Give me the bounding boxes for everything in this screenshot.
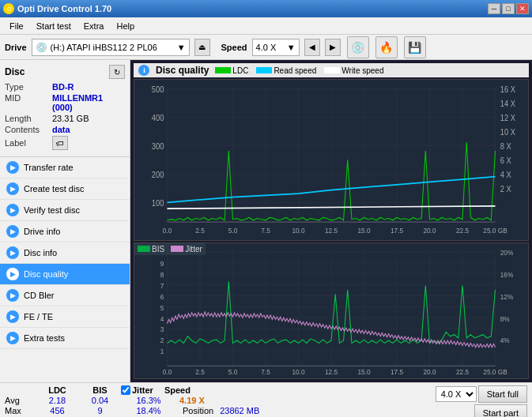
stats-max-ldc: 456 — [36, 406, 79, 415]
legend-write-speed-label: Write speed — [341, 66, 383, 75]
svg-text:7.5: 7.5 — [261, 368, 270, 376]
speed-select[interactable]: 4.0 X ▼ — [252, 39, 300, 56]
svg-text:12%: 12% — [500, 292, 514, 300]
menu-extra[interactable]: Extra — [77, 20, 111, 32]
jitter-checkbox[interactable] — [121, 385, 130, 395]
svg-text:12.5: 12.5 — [325, 368, 338, 376]
burn-icon-button[interactable]: 🔥 — [375, 36, 398, 58]
svg-text:25.0 GB: 25.0 GB — [483, 226, 507, 234]
svg-text:6 X: 6 X — [500, 156, 511, 164]
nav-label-cd-bler: CD Bler — [24, 291, 55, 300]
nav-drive-info[interactable]: ▶ Drive info — [0, 221, 130, 242]
nav-icon-disc-quality: ▶ — [6, 268, 19, 280]
legend-write-speed: Write speed — [324, 66, 383, 75]
nav-transfer-rate[interactable]: ▶ Transfer rate — [0, 157, 130, 178]
nav-extra-tests[interactable]: ▶ Extra tests — [0, 328, 130, 349]
stats-position-label: Position — [183, 406, 213, 415]
disc-contents-label: Contents — [5, 125, 52, 134]
disc-mid-value: MILLENMR1 (000) — [52, 93, 125, 112]
speed-prev-button[interactable]: ◀ — [304, 39, 320, 56]
speed-next-button[interactable]: ▶ — [325, 39, 341, 56]
stats-avg-ldc: 2.18 — [36, 396, 79, 405]
nav-disc-info[interactable]: ▶ Disc info — [0, 242, 130, 264]
start-part-button[interactable]: Start part — [474, 404, 527, 417]
speed-start-row: 4.0 X Start full — [436, 385, 527, 403]
save-icon-button[interactable]: 💾 — [404, 36, 426, 58]
nav-cd-bler[interactable]: ▶ CD Bler — [0, 285, 130, 306]
nav-label-disc-quality: Disc quality — [24, 269, 68, 279]
svg-text:0.0: 0.0 — [163, 368, 172, 376]
svg-text:15.0: 15.0 — [357, 226, 370, 234]
svg-text:16%: 16% — [500, 270, 514, 278]
disc-length-label: Length — [5, 114, 52, 123]
close-button[interactable]: ✕ — [516, 3, 529, 14]
legend-jitter-box — [171, 246, 183, 252]
stats-avg-jitter: 16.3% — [121, 396, 176, 405]
svg-text:3: 3 — [160, 325, 164, 333]
speed-dropdown[interactable]: 4.0 X — [436, 386, 477, 402]
svg-text:20.0: 20.0 — [423, 226, 436, 234]
stats-position-val: 23862 MB — [220, 406, 259, 415]
svg-text:17.5: 17.5 — [391, 368, 403, 376]
svg-text:25.0 GB: 25.0 GB — [483, 368, 507, 376]
nav-icon-extra-tests: ▶ — [6, 332, 19, 344]
nav-verify-test-disc[interactable]: ▶ Verify test disc — [0, 200, 130, 221]
speed-value: 4.0 X — [256, 43, 277, 52]
svg-text:14 X: 14 X — [500, 99, 516, 107]
svg-text:2.5: 2.5 — [195, 226, 205, 234]
window-controls: ─ □ ✕ — [488, 3, 529, 14]
chart-bis: BIS Jitter — [134, 242, 529, 379]
svg-text:8%: 8% — [500, 314, 510, 322]
svg-text:5: 5 — [160, 303, 164, 311]
svg-text:2: 2 — [160, 336, 164, 344]
nav-disc-quality[interactable]: ▶ Disc quality — [0, 264, 130, 285]
minimize-button[interactable]: ─ — [488, 3, 500, 14]
drive-select[interactable]: 💿 (H:) ATAPI iHBS112 2 PL06 ▼ — [32, 39, 190, 56]
legend-bis-box — [138, 246, 150, 252]
chart-title-icon: ℹ — [138, 65, 149, 76]
nav-label-verify-test-disc: Verify test disc — [24, 205, 80, 215]
legend-read-speed: Read speed — [256, 66, 316, 75]
nav-icon-create-test-disc: ▶ — [6, 182, 19, 195]
stats-avg-speed: 4.19 X — [179, 396, 205, 405]
nav-label-drive-info: Drive info — [24, 227, 60, 236]
nav-icon-cd-bler: ▶ — [6, 289, 19, 302]
svg-text:400: 400 — [152, 113, 164, 122]
chart-ldc: 500 400 300 200 100 16 X 14 X 12 X 10 X … — [134, 79, 529, 241]
disc-mid-label: MID — [5, 93, 52, 112]
start-full-button[interactable]: Start full — [478, 385, 527, 403]
nav-fe-te[interactable]: ▶ FE / TE — [0, 306, 130, 328]
drive-bar: Drive 💿 (H:) ATAPI iHBS112 2 PL06 ▼ ⏏ Sp… — [0, 35, 532, 60]
disc-icon-button[interactable]: 💿 — [347, 36, 369, 58]
svg-text:17.5: 17.5 — [391, 226, 403, 234]
svg-text:15.0: 15.0 — [357, 368, 370, 376]
stats-avg-label: Avg — [5, 396, 32, 405]
menu-bar: File Start test Extra Help — [0, 17, 532, 35]
drive-eject-button[interactable]: ⏏ — [194, 39, 210, 56]
nav-label-transfer-rate: Transfer rate — [24, 163, 74, 172]
disc-title: Disc — [5, 66, 25, 77]
svg-text:500: 500 — [152, 85, 164, 93]
svg-text:4%: 4% — [500, 336, 510, 344]
disc-refresh-button[interactable]: ↻ — [109, 65, 125, 79]
stats-max-label: Max — [5, 406, 32, 415]
svg-text:4: 4 — [160, 314, 164, 322]
nav-label-extra-tests: Extra tests — [24, 333, 65, 343]
stats-empty — [5, 385, 32, 395]
legend-bis-label: BIS — [152, 245, 164, 254]
svg-text:7.5: 7.5 — [261, 226, 270, 234]
legend-read-speed-label: Read speed — [274, 66, 316, 75]
menu-start-test[interactable]: Start test — [30, 20, 77, 32]
charts-container: 500 400 300 200 100 16 X 14 X 12 X 10 X … — [134, 79, 529, 379]
disc-label-icon-button[interactable]: 🏷 — [52, 136, 68, 150]
svg-text:10.0: 10.0 — [292, 226, 304, 234]
nav-icon-verify-test-disc: ▶ — [6, 204, 19, 216]
stats-header-bis: BIS — [82, 385, 118, 395]
svg-text:200: 200 — [152, 170, 164, 178]
nav-create-test-disc[interactable]: ▶ Create test disc — [0, 178, 130, 200]
menu-help[interactable]: Help — [110, 20, 141, 32]
menu-file[interactable]: File — [3, 20, 30, 32]
maximize-button[interactable]: □ — [502, 3, 515, 14]
svg-text:6: 6 — [160, 292, 164, 300]
svg-text:9: 9 — [160, 259, 164, 267]
